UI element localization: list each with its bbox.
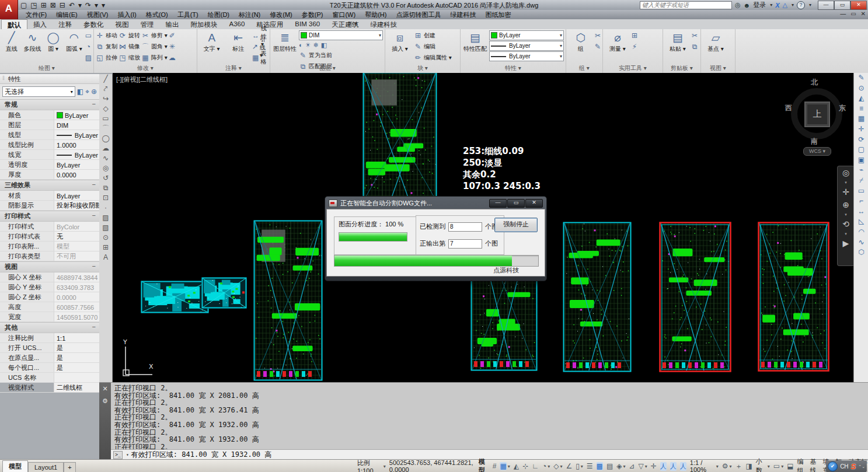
table-icon[interactable]: ⊞ <box>99 243 112 253</box>
linetype-dropdown[interactable]: ByLayer▾ <box>489 41 564 51</box>
ellipse-arc-icon[interactable]: ↺ <box>99 173 112 183</box>
ortho-icon[interactable]: ∟ <box>532 462 539 470</box>
ungroup-icon[interactable]: ✂ <box>595 32 601 41</box>
dialog-minimize-button[interactable]: — <box>489 199 507 208</box>
transparency-icon[interactable]: ▩ <box>597 462 603 470</box>
圆角-button[interactable]: ⌒圆角 ▾ <box>141 41 168 52</box>
property-value[interactable] <box>54 373 99 382</box>
panel-label-块[interactable]: 块 ▾ <box>385 64 460 72</box>
menu-绘图(D)[interactable]: 绘图(D) <box>203 10 234 19</box>
annotation-scale-button[interactable]: 1:1 / 100% <box>690 459 715 472</box>
layout-tab-+[interactable]: + <box>64 462 75 472</box>
polyline-icon[interactable]: ↪ <box>99 94 112 104</box>
command-prompt-icon[interactable]: >_ <box>113 451 123 459</box>
id-point-icon[interactable]: ⚡ <box>632 43 637 53</box>
viewcube-south-label[interactable]: 南 <box>811 137 818 146</box>
property-value[interactable]: 1.0000 <box>54 140 99 149</box>
menu-工具(T)[interactable]: 工具(T) <box>173 10 203 19</box>
tab-管理[interactable]: 管理 <box>135 19 160 29</box>
组-button[interactable]: ⬡组 <box>568 30 594 52</box>
置为当前-button[interactable]: ✎置为当前 <box>299 50 383 61</box>
orbit-icon[interactable]: ⟲ <box>842 220 849 229</box>
break-point-icon[interactable]: ▭ <box>854 186 868 197</box>
menu-视图(V)[interactable]: 视图(V) <box>82 10 113 19</box>
hatch-icon[interactable]: ▨ <box>99 213 112 223</box>
workspace-switch-icon[interactable]: ⚙ <box>722 462 728 470</box>
close-button[interactable]: ✕ <box>850 1 867 10</box>
polar-caret-icon[interactable]: ▾ <box>548 464 550 469</box>
blend-icon[interactable]: ∿ <box>854 237 868 248</box>
drawing-sheet-mid2[interactable] <box>563 222 632 372</box>
arc-icon[interactable]: ⌒ <box>99 124 112 134</box>
圆弧-button[interactable]: ◠圆弧 ▾ <box>64 30 84 52</box>
panel-label-修改[interactable]: 修改 ▾ <box>94 64 197 72</box>
panel-label-图层[interactable]: 图层 ▾ <box>270 64 385 72</box>
property-value[interactable]: DIM <box>54 120 99 130</box>
osnap-caret-icon[interactable]: ▾ <box>581 464 583 469</box>
collapse-icon[interactable]: − <box>92 323 96 333</box>
a360-icon[interactable]: △ <box>783 1 787 9</box>
menu-图纸加密[interactable]: 图纸加密 <box>480 10 515 19</box>
panel-label-实用工具[interactable]: 实用工具 ▾ <box>603 64 663 72</box>
tab-参数化[interactable]: 参数化 <box>78 19 110 29</box>
dynamic-input-icon[interactable]: ⊹ <box>522 462 528 470</box>
nav-caret-icon[interactable]: ▾ <box>845 214 847 216</box>
revcloud-icon[interactable]: ☁ <box>99 144 112 153</box>
explode-icon[interactable]: ⬡ <box>854 247 868 258</box>
编辑-button[interactable]: ✎编辑 <box>414 41 458 52</box>
explode-icon[interactable]: ✳ <box>169 43 176 53</box>
isolate-objects-icon[interactable]: ◨ <box>746 462 752 470</box>
spline-icon[interactable]: ∿ <box>99 153 112 163</box>
tab-附加模块[interactable]: 附加模块 <box>185 19 224 29</box>
panel-label-注释[interactable]: 注释 ▾ <box>197 64 270 72</box>
复制-button[interactable]: ⧉复制 <box>96 41 117 52</box>
toggle-编组[interactable]: 编组 <box>797 457 807 472</box>
panel-label-视图[interactable]: 视图 ▾ <box>701 64 735 72</box>
break-icon[interactable]: ⌐ <box>854 196 868 207</box>
revcloud-icon[interactable]: ☁ <box>169 54 176 64</box>
property-value[interactable]: 无 <box>54 232 99 241</box>
layer-freeze-icon[interactable]: ❄ <box>313 41 319 49</box>
viewcube-west-label[interactable]: 西 <box>785 103 792 113</box>
collapse-icon[interactable]: − <box>92 212 96 221</box>
layer-dropdown[interactable]: DIM▾ <box>299 30 383 40</box>
property-value[interactable]: 是 <box>54 353 99 362</box>
drawing-sheet-red2[interactable] <box>758 222 829 372</box>
extend-icon[interactable]: ⌿ <box>854 176 868 186</box>
menu-修改(M)[interactable]: 修改(M) <box>265 10 297 19</box>
property-value[interactable]: 是 <box>54 343 99 352</box>
ime-state-icon[interactable]: ✔ <box>828 461 838 471</box>
doc-restore-button[interactable]: ▭ <box>850 11 856 17</box>
dialog-close-button[interactable]: ✕ <box>525 199 543 208</box>
annotation-monitor-icon[interactable]: ＋ <box>735 461 742 471</box>
make-block-icon[interactable]: ⊡ <box>99 193 112 203</box>
detected-count-field[interactable] <box>448 222 482 232</box>
annotation-scale-person-icon[interactable]: 人 <box>680 462 686 471</box>
tab-BIM 360[interactable]: BIM 360 <box>289 19 326 29</box>
snap-caret-icon[interactable]: ▾ <box>508 464 510 469</box>
property-value[interactable]: ByLayer <box>54 110 99 120</box>
layer-isolate-icon[interactable]: ☀ <box>305 41 311 49</box>
layer-lock-icon[interactable]: ◧ <box>321 41 327 49</box>
tab-输出[interactable]: 输出 <box>160 19 185 29</box>
doc-minimize-button[interactable]: — <box>840 11 846 17</box>
osnap-icon[interactable]: ▯ <box>576 462 580 470</box>
viewcube[interactable]: 北 西 东 南 上 <box>785 78 846 151</box>
nav-caret-icon[interactable]: ▾ <box>845 181 847 184</box>
移动-button[interactable]: ✛移动 <box>96 30 117 41</box>
标注-button[interactable]: ⇤标注 <box>226 30 252 52</box>
section-header-打印样式[interactable]: 打印样式− <box>0 211 99 222</box>
property-value[interactable]: 是 <box>54 363 99 372</box>
tab-绿建科技[interactable]: 绿建科技 <box>364 19 403 29</box>
scale-icon[interactable]: ▢ <box>854 145 868 155</box>
section-header-其他[interactable]: 其他− <box>0 322 99 333</box>
插入-button[interactable]: ⧈插入 ▾ <box>387 30 413 52</box>
line-icon[interactable]: ╱ <box>99 74 112 84</box>
collapse-icon[interactable]: − <box>92 181 96 190</box>
polygon-icon[interactable]: ◇ <box>99 104 112 114</box>
圆-button[interactable]: ◯圆 ▾ <box>43 30 63 52</box>
annotation-visibility-icon[interactable]: 人 <box>660 462 667 471</box>
修剪-button[interactable]: ✂修剪 ▾ <box>141 30 168 41</box>
graphics-performance-icon[interactable]: ▭ <box>773 462 780 470</box>
property-value[interactable]: 0.0000 <box>54 292 99 302</box>
